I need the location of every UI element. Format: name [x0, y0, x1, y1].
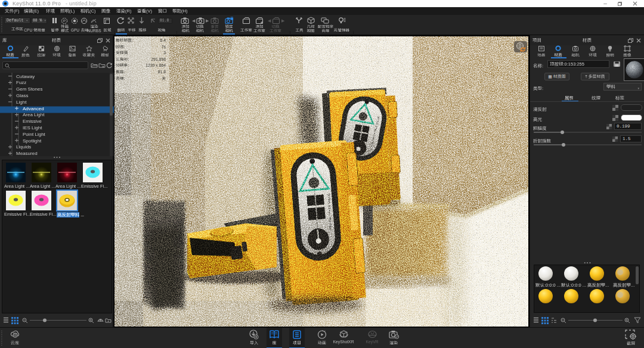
- svg-text:Cutaway: Cutaway: [16, 74, 35, 79]
- svg-text:Point Light: Point Light: [23, 132, 46, 137]
- svg-text:Measured: Measured: [16, 151, 38, 156]
- svg-text:高反射塑料 ...: 高反射塑料 ...: [57, 211, 84, 218]
- svg-text:Area Light ...: Area Light ...: [55, 184, 81, 189]
- svg-text:默认:0:0:0 ...: 默认:0:0:0 ...: [561, 282, 586, 288]
- svg-text:Emissive: Emissive: [23, 119, 42, 124]
- svg-text:Area Light ...: Area Light ...: [4, 184, 30, 189]
- svg-text:P: P: [63, 19, 66, 23]
- svg-text:Spotlight: Spotlight: [23, 138, 42, 144]
- svg-text:高反射塑...: 高反射塑...: [587, 282, 609, 288]
- svg-text:Fuzz: Fuzz: [16, 80, 26, 85]
- svg-text:高反射塑...: 高反射塑...: [613, 282, 634, 288]
- svg-text:Glass: Glass: [16, 93, 28, 98]
- svg-text:Area Light: Area Light: [23, 112, 45, 117]
- svg-text:默认:0:0:0 ...: 默认:0:0:0 ...: [535, 282, 561, 288]
- svg-text:Liquids: Liquids: [16, 144, 31, 150]
- svg-text:Light: Light: [16, 100, 27, 105]
- svg-text:Advanced: Advanced: [23, 106, 44, 111]
- svg-text:Gem Stones: Gem Stones: [16, 86, 42, 92]
- svg-text:IES Light: IES Light: [23, 125, 42, 130]
- svg-text:Area Light ...: Area Light ...: [30, 184, 55, 189]
- svg-text:Emissive Fi...: Emissive Fi...: [4, 212, 31, 217]
- svg-text:Emissive Fi...: Emissive Fi...: [81, 184, 108, 189]
- svg-text:Emissive Fi...: Emissive Fi...: [30, 212, 57, 217]
